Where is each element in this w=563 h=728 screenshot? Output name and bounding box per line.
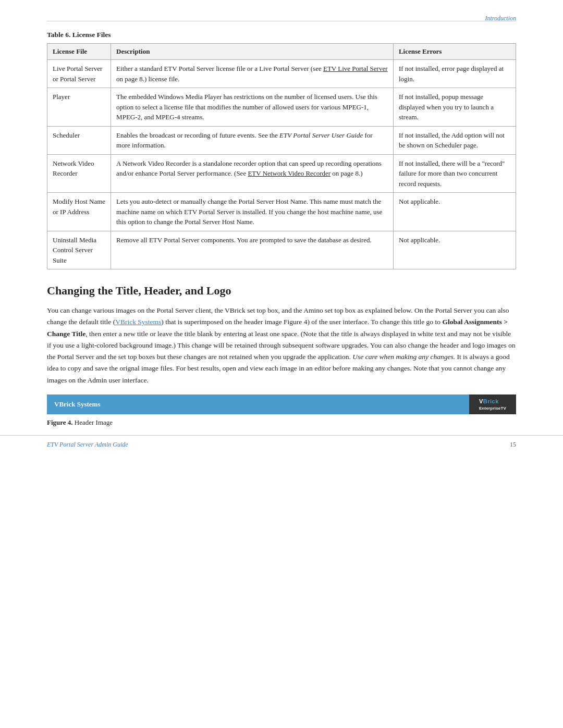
col-header-license-file: License File bbox=[47, 44, 111, 60]
figure-caption-text: Header Image bbox=[73, 418, 113, 426]
top-divider bbox=[47, 21, 516, 21]
figure-caption: Figure 4. Header Image bbox=[47, 418, 516, 427]
description-cell: The embedded Windows Media Player has re… bbox=[111, 88, 394, 127]
license-file-cell: Live Portal Serveror Portal Server bbox=[47, 60, 111, 88]
license-file-cell: Uninstall MediaControl ServerSuite bbox=[47, 231, 111, 269]
errors-cell: If not installed, error page displayed a… bbox=[393, 60, 516, 88]
errors-cell: If not installed, there will be a "recor… bbox=[393, 154, 516, 193]
chapter-label: Introduction bbox=[485, 15, 516, 22]
col-header-license-errors: License Errors bbox=[393, 44, 516, 60]
vbrick-bar-label: VBrick Systems bbox=[54, 400, 100, 409]
footer-left: ETV Portal Server Admin Guide bbox=[47, 441, 128, 449]
table-row: Player The embedded Windows Media Player… bbox=[47, 88, 516, 127]
vbrick-logo-box: VBrick EnterpriseTV bbox=[469, 394, 516, 414]
errors-cell: If not installed, the Add option will no… bbox=[393, 126, 516, 154]
license-file-cell: Modify Host Nameor IP Address bbox=[47, 193, 111, 231]
description-cell: A Network Video Recorder is a standalone… bbox=[111, 154, 394, 193]
footer: ETV Portal Server Admin Guide 15 bbox=[0, 435, 563, 449]
license-file-cell: Player bbox=[47, 88, 111, 127]
italic-use-care: Use care when making any changes. bbox=[352, 353, 455, 361]
footer-right: 15 bbox=[510, 441, 516, 449]
col-header-description: Description bbox=[111, 44, 394, 60]
errors-cell: Not applicable. bbox=[393, 231, 516, 269]
table-caption-bold: Table 6. bbox=[47, 31, 70, 39]
errors-cell: Not applicable. bbox=[393, 193, 516, 231]
table-row: Uninstall MediaControl ServerSuite Remov… bbox=[47, 231, 516, 269]
errors-cell: If not installed, popup message displaye… bbox=[393, 88, 516, 127]
section-title: Changing the Title, Header, and Logo bbox=[47, 284, 516, 298]
table-row: Network VideoRecorder A Network Video Re… bbox=[47, 154, 516, 193]
figure-caption-bold: Figure 4. bbox=[47, 418, 73, 426]
table-row: Modify Host Nameor IP Address Lets you a… bbox=[47, 193, 516, 231]
vbrick-logo-enterprise: EnterpriseTV bbox=[479, 406, 506, 411]
table-caption-text: License Files bbox=[70, 31, 111, 39]
table-row: Live Portal Serveror Portal Server Eithe… bbox=[47, 60, 516, 88]
description-cell: Enables the broadcast or recording of fu… bbox=[111, 126, 394, 154]
description-cell: Remove all ETV Portal Server components.… bbox=[111, 231, 394, 269]
license-file-cell: Scheduler bbox=[47, 126, 111, 154]
description-cell: Lets you auto-detect or manually change … bbox=[111, 193, 394, 231]
vbrick-logo-text: VBrick EnterpriseTV bbox=[479, 398, 506, 411]
header-image-figure: VBrick Systems VBrick EnterpriseTV bbox=[47, 394, 516, 414]
table-row: Scheduler Enables the broadcast or recor… bbox=[47, 126, 516, 154]
license-file-cell: Network VideoRecorder bbox=[47, 154, 111, 193]
link-etv-nvr[interactable]: ETV Network Video Recorder bbox=[248, 169, 331, 177]
page: Introduction Table 6. License Files Lice… bbox=[0, 0, 563, 463]
vbrick-logo-accent: Brick bbox=[483, 398, 499, 404]
license-table: License File Description License Errors … bbox=[47, 43, 516, 269]
table-caption: Table 6. License Files bbox=[47, 31, 516, 39]
vbrick-systems-link[interactable]: VBrick Systems bbox=[115, 318, 161, 326]
link-etv-live-portal[interactable]: ETV Live Portal Server bbox=[323, 65, 388, 72]
description-cell: Either a standard ETV Portal Server lice… bbox=[111, 60, 394, 88]
vbrick-logo-main: VBrick bbox=[479, 398, 499, 404]
section-body: You can change various images on the Por… bbox=[47, 305, 516, 386]
